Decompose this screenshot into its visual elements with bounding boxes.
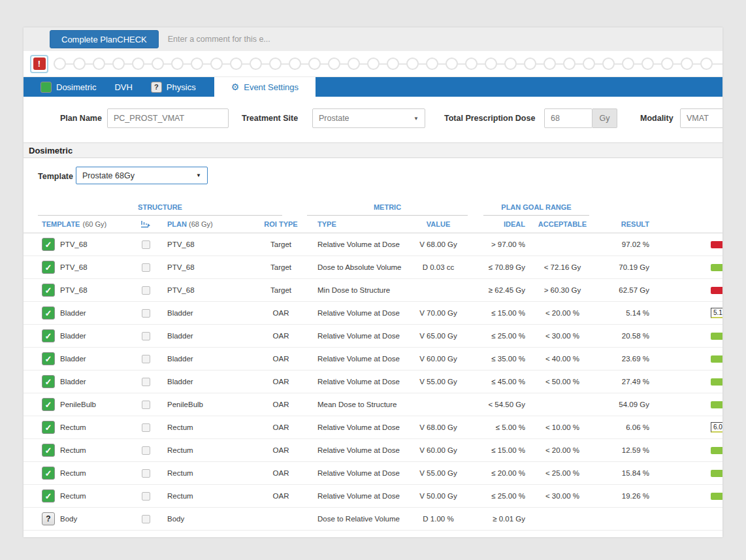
step-circle[interactable] — [348, 58, 360, 70]
plan-structure-checkbox[interactable] — [142, 332, 150, 340]
metric-value: V 65.00 Gy — [402, 332, 474, 340]
check-icon — [42, 261, 55, 274]
col-ideal: IDEAL — [474, 220, 527, 228]
plan-structure-name: PTV_68 — [157, 240, 255, 248]
step-circle[interactable] — [426, 58, 438, 70]
treatment-site-select[interactable]: Prostate ▼ — [312, 108, 425, 128]
status-value-box: 5.1 — [711, 308, 722, 318]
step-circle[interactable] — [308, 58, 321, 70]
table-column-header: TEMPLATE (60 Gy) PLAN (68 Gy) ROI TYPE T… — [24, 216, 722, 233]
plan-structure-checkbox[interactable] — [142, 492, 150, 501]
step-circle[interactable] — [602, 58, 615, 70]
table-group-header: STRUCTURE METRIC PLAN GOAL RANGE — [24, 196, 722, 216]
plan-structure-checkbox[interactable] — [142, 469, 150, 478]
step-circle[interactable] — [543, 58, 556, 70]
result-value: 97.02 % — [598, 240, 651, 248]
step-circle[interactable] — [289, 58, 301, 70]
plan-structure-checkbox[interactable] — [142, 378, 150, 386]
metric-value: V 55.00 Gy — [402, 469, 474, 477]
step-circle[interactable] — [171, 58, 184, 70]
step-circle[interactable] — [269, 58, 282, 70]
template-select[interactable]: Prostate 68Gy ▼ — [76, 167, 208, 184]
complete-plancheck-button[interactable]: Complete PlanCHECK — [50, 30, 159, 48]
step-circle[interactable] — [622, 58, 634, 70]
tab-bar: Dosimetric DVH ? Physics ⚙ Event Setting… — [24, 77, 722, 97]
result-value: 70.19 Gy — [598, 263, 651, 271]
step-circle[interactable] — [73, 58, 86, 70]
metric-type: Relative Volume at Dose — [307, 423, 402, 431]
step-circle[interactable] — [54, 58, 66, 70]
plan-name-input[interactable] — [107, 108, 229, 128]
metric-value: V 70.00 Gy — [402, 309, 474, 317]
step-circle[interactable] — [210, 58, 223, 70]
comment-input[interactable] — [168, 31, 377, 48]
step-circle[interactable] — [132, 58, 144, 70]
step-circle[interactable] — [485, 58, 497, 70]
step-circle[interactable] — [328, 58, 340, 70]
step-circle[interactable] — [700, 58, 713, 70]
step-circle[interactable] — [112, 58, 125, 70]
plan-structure-checkbox[interactable] — [142, 446, 150, 455]
plan-structure-checkbox[interactable] — [142, 240, 150, 249]
step-circle[interactable] — [152, 58, 164, 70]
plan-structure-checkbox[interactable] — [142, 263, 150, 272]
plan-structure-checkbox[interactable] — [142, 355, 150, 363]
col-plan-dose: (68 Gy) — [189, 220, 213, 228]
plan-structure-name: PTV_68 — [157, 286, 255, 294]
status-value-box: 6.0 — [711, 422, 722, 433]
step-circle[interactable] — [191, 58, 203, 70]
ideal-value: ≤ 35.00 % — [474, 355, 527, 363]
roi-type: OAR — [255, 423, 307, 431]
step-circle[interactable] — [446, 58, 458, 70]
step-circle[interactable] — [387, 58, 399, 70]
roi-type: OAR — [255, 492, 307, 500]
table-row: Bladder Bladder OAR Relative Volume at D… — [24, 371, 722, 393]
step-circle[interactable] — [563, 58, 576, 70]
table-row: PTV_68 PTV_68 Target Min Dose to Structu… — [24, 279, 722, 302]
check-icon — [42, 375, 55, 388]
prescription-dose-label: Total Prescription Dose — [444, 114, 535, 123]
prescription-dose-input[interactable] — [544, 108, 592, 128]
template-structure-name: Bladder — [60, 309, 86, 317]
step-circle[interactable] — [661, 58, 673, 70]
step-circle[interactable] — [250, 58, 262, 70]
template-row: Template Prostate 68Gy ▼ — [24, 158, 722, 196]
col-roi-type: ROI TYPE — [255, 220, 307, 228]
plan-structure-checkbox[interactable] — [142, 401, 150, 409]
plan-structure-checkbox[interactable] — [142, 515, 150, 523]
step-circle[interactable] — [93, 58, 105, 70]
table-row: Rectum Rectum OAR Relative Volume at Dos… — [24, 462, 722, 485]
template-structure-name: Bladder — [60, 355, 86, 363]
step-circle[interactable] — [465, 58, 478, 70]
modality-input[interactable] — [680, 108, 722, 128]
plan-structure-checkbox[interactable] — [142, 309, 150, 318]
status-bar-green — [711, 264, 722, 271]
plan-structure-checkbox[interactable] — [142, 423, 150, 432]
acceptable-value: < 50.00 % — [527, 378, 598, 386]
step-circle[interactable] — [641, 58, 654, 70]
col-dvh-icon[interactable] — [135, 220, 157, 229]
step-circle[interactable] — [230, 58, 242, 70]
step-circle[interactable] — [681, 58, 693, 70]
dvh-chart-icon — [140, 220, 151, 229]
gear-icon: ⚙ — [231, 82, 240, 91]
step-circle[interactable] — [406, 58, 419, 70]
step-circle[interactable] — [583, 58, 595, 70]
status-bar-red — [711, 287, 722, 294]
warning-step[interactable]: ! — [30, 55, 48, 73]
plan-structure-name: Rectum — [157, 469, 255, 477]
tab-dvh[interactable]: DVH — [105, 77, 141, 97]
plan-structure-name: PenileBulb — [157, 401, 255, 408]
acceptable-value: < 20.00 % — [527, 446, 598, 454]
tab-event-settings[interactable]: ⚙ Event Settings — [214, 77, 316, 97]
plan-name-label: Plan Name — [60, 114, 102, 123]
step-circle[interactable] — [367, 58, 380, 70]
plan-structure-checkbox[interactable] — [142, 286, 150, 295]
step-circle[interactable] — [524, 58, 536, 70]
status-bar-green — [711, 401, 722, 408]
step-circle[interactable] — [504, 58, 517, 70]
metric-value: V 60.00 Gy — [402, 355, 474, 363]
tab-physics[interactable]: ? Physics — [142, 77, 205, 97]
action-bar: Complete PlanCHECK — [24, 27, 722, 51]
tab-dosimetric[interactable]: Dosimetric — [31, 77, 105, 97]
